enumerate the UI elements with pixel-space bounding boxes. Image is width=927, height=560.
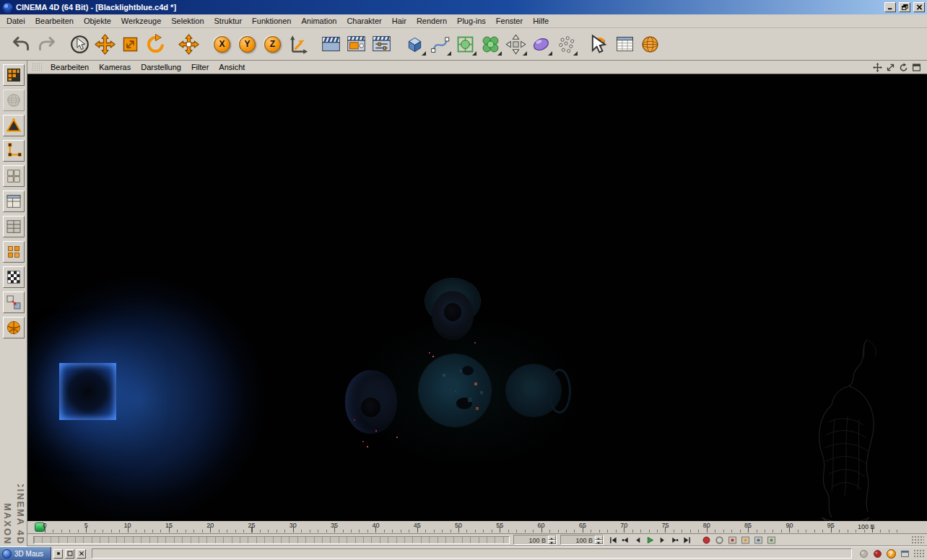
animbar-grip-icon[interactable] [911,535,924,544]
add-spline-icon[interactable] [427,32,453,57]
palette-icons [3,64,25,338]
spline-corner-icon[interactable] [3,140,25,162]
checker-icon[interactable] [3,266,25,288]
timeline-ruler[interactable]: 100 B 0510152025303540455055606570758085… [27,521,927,534]
lock-y-button[interactable]: Y [235,32,260,57]
palette-pin-button[interactable] [53,549,63,559]
prev-key-icon[interactable] [619,535,631,545]
prism-icon[interactable] [3,115,25,136]
status-help-icon[interactable]: ? [885,548,897,559]
menu-hilfe[interactable]: Hilfe [528,15,554,27]
menu-charakter[interactable]: Charakter [341,15,386,27]
viewport-menu-kameras[interactable]: Kameras [94,61,136,73]
attributes-icon[interactable] [612,32,637,57]
lock-x-button[interactable]: X [209,32,235,57]
add-cube-icon[interactable] [402,32,427,57]
window-grid-icon[interactable] [3,191,25,212]
menu-fenster[interactable]: Fenster [491,15,528,27]
statusbar-grip-icon[interactable] [913,549,925,559]
minimize-button[interactable] [884,2,896,12]
record-position-icon[interactable] [726,535,738,546]
content-browser-icon[interactable] [637,32,663,57]
prev-frame-icon[interactable] [632,535,643,545]
rotate-tool-icon[interactable] [143,32,168,57]
status-icons: ? [858,548,910,559]
range-start-field[interactable]: 100 B [513,535,557,545]
menu-selektion[interactable]: Selektion [166,15,209,27]
record-keyframe-icon[interactable] [700,535,712,546]
record-parameter-icon[interactable] [765,535,777,546]
menu-objekte[interactable]: Objekte [79,15,116,27]
restore-icon [902,4,908,10]
record-scale-icon[interactable] [739,535,751,546]
menu-bearbeiten[interactable]: Bearbeiten [30,15,79,27]
cubes-array-icon[interactable] [3,241,25,263]
person-top-object [432,291,474,340]
array-grid-icon[interactable] [3,64,25,86]
earth-icon[interactable] [3,89,25,111]
menu-hair[interactable]: Hair [387,15,412,27]
restore-button[interactable] [899,2,910,12]
zoom-view-icon[interactable] [885,62,896,73]
undo-icon[interactable] [9,32,34,57]
menu-animation[interactable]: Animation [296,15,341,27]
render-picture-icon[interactable] [344,32,369,57]
lock-z-button[interactable]: Z [260,32,285,57]
add-scene-icon[interactable] [528,32,554,57]
orange-sphere-icon[interactable] [3,317,25,338]
object-axis-icon[interactable] [176,32,201,57]
render-settings-icon[interactable] [369,32,394,57]
pan-view-icon[interactable] [872,62,883,73]
status-sphere-red-icon[interactable] [871,548,883,559]
palette-close-button[interactable] [77,549,86,559]
spinner-down-icon[interactable] [548,540,556,544]
close-button[interactable] [913,2,925,12]
spinner-arrows[interactable] [595,535,603,544]
palette-maximize-button[interactable] [65,549,74,559]
play-icon[interactable] [644,535,656,545]
record-rotation-icon[interactable] [752,535,764,546]
redo-icon[interactable] [34,32,59,57]
viewport-3d[interactable] [27,74,927,521]
menu-datei[interactable]: Datei [1,15,30,27]
range-end-field[interactable]: 100 B [560,535,604,545]
menu-struktur[interactable]: Struktur [209,15,248,27]
titlebar[interactable]: CINEMA 4D (64 Bit) - [Blacklightblue.c4d… [0,0,927,14]
spinner-down-icon[interactable] [595,540,603,544]
viewport-menu-ansicht[interactable]: Ansicht [214,61,250,73]
spinner-arrows[interactable] [548,535,556,544]
blocks-icon[interactable] [3,165,25,187]
next-frame-icon[interactable] [656,535,668,545]
swap-boxes-icon[interactable] [3,292,25,313]
menu-werkzeuge[interactable]: Werkzeuge [116,15,166,27]
menu-funktionen[interactable]: Funktionen [247,15,296,27]
goto-end-icon[interactable] [681,535,692,545]
rotate-view-icon[interactable] [898,62,909,73]
live-selection-icon[interactable] [67,32,92,57]
add-deformer-icon[interactable] [503,32,528,57]
viewport-menu-bearbeiten[interactable]: Bearbeiten [45,61,94,73]
scale-tool-icon[interactable] [118,32,143,57]
add-particles-icon[interactable] [554,32,579,57]
menu-plugins[interactable]: Plug-ins [452,15,491,27]
app-icon [2,2,13,13]
toggle-view-icon[interactable] [911,62,922,73]
status-sphere-grey-icon[interactable] [858,548,869,559]
viewport-menu-darstellung[interactable]: Darstellung [136,61,186,73]
add-nurbs-icon[interactable] [453,32,478,57]
move-tool-icon[interactable] [92,32,118,57]
next-key-icon[interactable] [669,535,680,545]
help-icon[interactable]: ? [587,32,612,57]
viewport-menu-grip[interactable] [32,63,42,72]
viewport-menu-filter[interactable]: Filter [186,61,214,73]
panel-grid-icon[interactable] [3,216,25,237]
preview-range-track[interactable] [33,536,510,544]
dock-window-icon[interactable] [899,548,910,559]
palette-tab-3d-maus[interactable]: 3D Maus [0,547,51,560]
coord-system-icon[interactable] [285,32,310,57]
menu-rendern[interactable]: Rendern [412,15,452,27]
render-view-icon[interactable] [318,32,344,57]
goto-start-icon[interactable] [607,535,619,545]
autokey-icon[interactable] [713,535,725,546]
add-modeling-icon[interactable] [478,32,503,57]
